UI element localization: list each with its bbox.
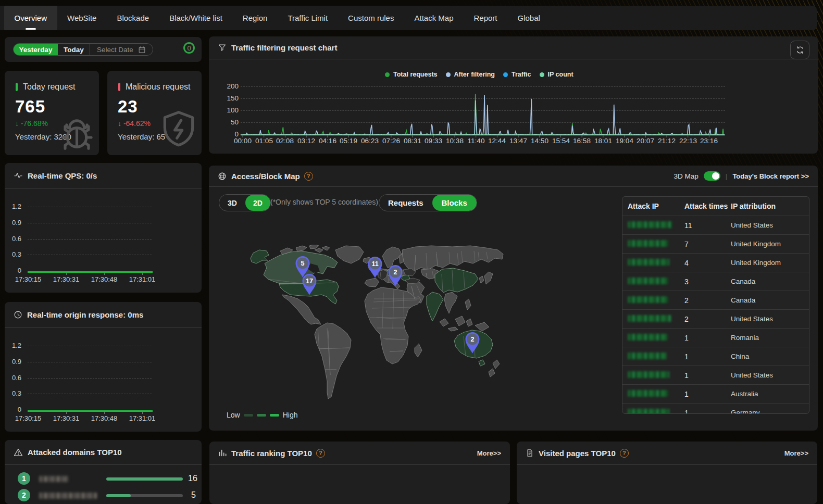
svg-text:2: 2: [471, 336, 475, 343]
svg-text:2: 2: [394, 269, 397, 276]
svg-text:5: 5: [301, 260, 305, 267]
svg-text:17: 17: [306, 278, 313, 285]
svg-text:11: 11: [371, 260, 378, 268]
